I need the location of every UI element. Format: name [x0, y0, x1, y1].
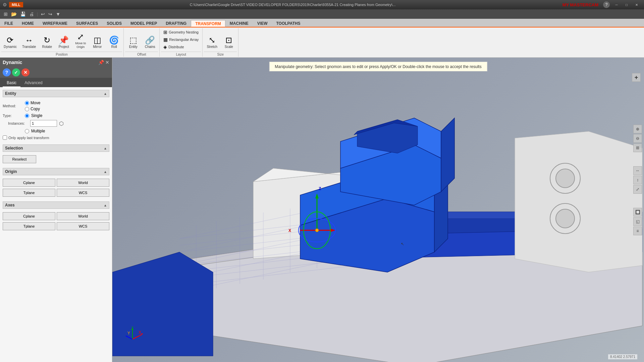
side-btn-7[interactable]: 🔲: [633, 208, 642, 217]
tab-transform[interactable]: TRANSFORM: [191, 20, 225, 27]
distribute-label: Distribute: [168, 45, 184, 49]
method-label: Method:: [3, 104, 23, 108]
ribbon-btn-chains[interactable]: 🔗 Chains: [142, 29, 158, 50]
svg-text:X: X: [288, 228, 291, 233]
origin-section-arrow: ▲: [104, 170, 107, 174]
geometry-nesting-label: Geometry Nesting: [169, 30, 199, 34]
scene-svg: X Z: [112, 58, 644, 362]
minimize-button[interactable]: ─: [612, 1, 621, 8]
panel-help-button[interactable]: ?: [3, 68, 11, 76]
close-button[interactable]: ✕: [632, 1, 641, 8]
ribbon-btn-roll[interactable]: 🌀 Roll: [106, 29, 122, 50]
coord-display: 8.41402 2.57971: [608, 354, 637, 359]
instances-input[interactable]: [30, 120, 57, 127]
project-label: Project: [59, 45, 69, 49]
ribbon-btn-scale[interactable]: ⊡ Scale: [221, 29, 237, 50]
size-group-label: Size: [204, 52, 237, 57]
zoom-in-button[interactable]: +: [632, 73, 641, 82]
axes-world-button[interactable]: World: [57, 212, 109, 220]
ribbon-btn-distribute[interactable]: ◈ Distribute: [161, 44, 186, 50]
ribbon-btn-mirror[interactable]: ◫ Mirror: [89, 29, 105, 50]
side-toolbar: ⊕ ⊖ ⊞ ↔ ↕ ⤢ 🔲 ◱ ≡: [633, 125, 642, 235]
ribbon-btn-rectangular-array[interactable]: ▦ Rectangular Array: [161, 36, 201, 43]
tab-modelprep[interactable]: MODEL PREP: [126, 19, 161, 27]
axes-section-title: Axes: [5, 203, 15, 207]
axes-row1: Cplane World: [3, 212, 109, 220]
selection-section-body: Reselect: [3, 154, 109, 168]
ribbon-btn-dynamic[interactable]: ⟳ Dynamic: [1, 29, 19, 50]
origin-cplane-button[interactable]: Cplane: [3, 179, 55, 187]
tab-view[interactable]: VIEW: [253, 19, 272, 27]
qa-print[interactable]: 🖨: [28, 11, 35, 17]
tab-wireframe[interactable]: WIREFRAME: [38, 19, 72, 27]
ribbon-btn-geometry-nesting[interactable]: ⊞ Geometry Nesting: [161, 29, 201, 36]
ribbon-btn-rotate[interactable]: ↻ Rotate: [39, 29, 55, 50]
qa-undo[interactable]: ↩: [40, 11, 46, 17]
ribbon-btn-entity[interactable]: ⬚ Entity: [125, 29, 141, 50]
axes-wcs-button[interactable]: WCS: [57, 222, 109, 230]
qa-dropdown[interactable]: ▼: [55, 11, 61, 17]
qa-open[interactable]: 📂: [10, 11, 18, 17]
hint-text: Manipulate geometry: Select gnomon axes …: [275, 64, 481, 69]
ribbon-btn-translate[interactable]: ↔ Translate: [20, 29, 38, 50]
side-btn-4[interactable]: ↔: [633, 166, 642, 175]
last-transform-checkbox[interactable]: [3, 135, 7, 140]
panel-ok-button[interactable]: ✓: [12, 68, 20, 76]
panel-cancel-button[interactable]: ✕: [21, 68, 30, 76]
method-copy-label: Copy: [31, 107, 40, 111]
title-bar: ⚙ MILL C:\Users\Charlie\Google Drive\ST …: [0, 0, 644, 9]
entity-section-header[interactable]: Entity ▲: [3, 90, 109, 97]
tab-surfaces[interactable]: SURFACES: [72, 19, 102, 27]
origin-row1: Cplane World: [3, 179, 109, 187]
tab-drafting[interactable]: DRAFTING: [161, 19, 191, 27]
method-copy-radio[interactable]: [25, 107, 29, 111]
type-multiple-radio[interactable]: [25, 129, 29, 133]
axes-tplane-button[interactable]: Tplane: [3, 222, 55, 230]
axes-cplane-button[interactable]: Cplane: [3, 212, 55, 220]
ribbon-btn-project[interactable]: 📌 Project: [56, 29, 72, 50]
instances-spinner[interactable]: ⬡: [59, 120, 64, 127]
tab-basic[interactable]: Basic: [3, 79, 20, 87]
type-single-radio[interactable]: [25, 114, 29, 118]
panel-close-button[interactable]: ✕: [105, 60, 109, 65]
origin-tplane-button[interactable]: Tplane: [3, 189, 55, 197]
side-btn-2[interactable]: ⊖: [633, 134, 642, 143]
qa-save[interactable]: 💾: [19, 11, 27, 17]
offset-group-label: Offset: [125, 52, 158, 57]
tab-advanced[interactable]: Advanced: [20, 79, 46, 87]
tab-toolpaths[interactable]: TOOLPATHS: [272, 19, 305, 27]
maximize-button[interactable]: □: [622, 1, 631, 8]
panel-pin-button[interactable]: 📌: [98, 60, 104, 65]
qa-new[interactable]: ⊞: [3, 11, 9, 17]
ribbon-btn-movetoorigin[interactable]: ⤢ Move toOrigin: [72, 29, 89, 50]
entity-section-body: Method: Move Copy Type:: [3, 99, 109, 144]
viewport[interactable]: X Z: [112, 58, 644, 362]
axes-section-header[interactable]: Axes ▲: [3, 201, 109, 209]
method-move-radio[interactable]: [25, 101, 29, 105]
reselect-button[interactable]: Reselect: [3, 155, 36, 163]
rotate-icon: ↻: [44, 36, 50, 44]
side-btn-9[interactable]: ≡: [633, 227, 642, 235]
origin-world-button[interactable]: World: [57, 179, 109, 187]
type-multiple-label: Multiple: [31, 129, 45, 133]
side-btn-5[interactable]: ↕: [633, 176, 642, 184]
qa-redo[interactable]: ↪: [47, 11, 53, 17]
side-btn-1[interactable]: ⊕: [633, 125, 642, 133]
type-label: Type:: [3, 114, 23, 118]
mirror-icon: ◫: [94, 36, 101, 44]
tab-home[interactable]: HOME: [17, 19, 38, 27]
side-btn-8[interactable]: ◱: [633, 217, 642, 226]
origin-wcs-button[interactable]: WCS: [57, 189, 109, 197]
side-btn-6[interactable]: ⤢: [633, 185, 642, 194]
panel-content: Entity ▲ Method: Move Copy: [0, 87, 112, 362]
last-transform-label: Only apply last transform: [8, 136, 49, 140]
help-button[interactable]: ?: [603, 1, 610, 8]
hint-bar: Manipulate geometry: Select gnomon axes …: [269, 62, 487, 71]
ribbon-btn-stretch[interactable]: ⤡ Stretch: [204, 29, 220, 50]
tab-machine[interactable]: MACHINE: [225, 19, 253, 27]
origin-section-header[interactable]: Origin ▲: [3, 168, 109, 175]
tab-solids[interactable]: SOLIDS: [102, 19, 126, 27]
side-btn-3[interactable]: ⊞: [633, 143, 642, 152]
tab-file[interactable]: FILE: [0, 19, 17, 27]
selection-section-header[interactable]: Selection ▲: [3, 144, 109, 152]
